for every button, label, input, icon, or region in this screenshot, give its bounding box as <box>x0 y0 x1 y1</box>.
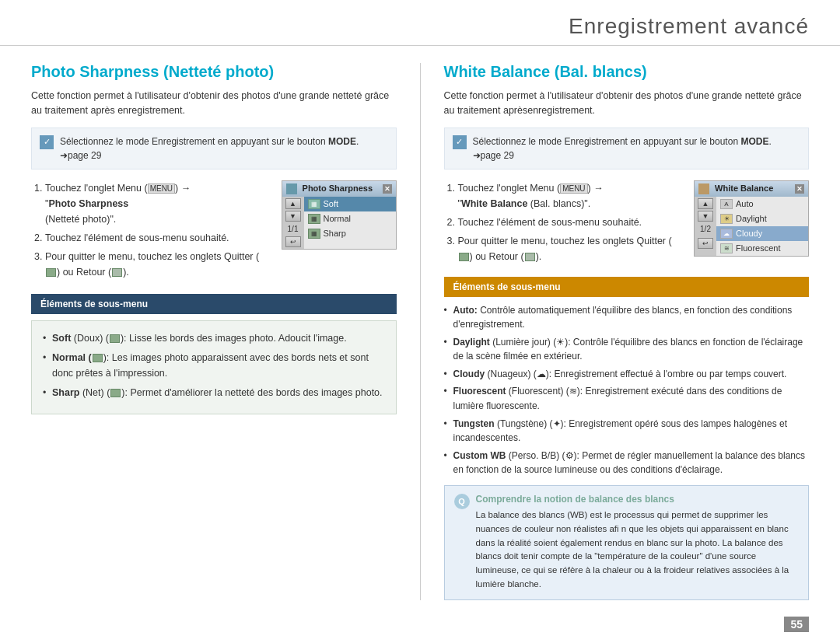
right-section-title: White Balance (Bal. blancs) <box>444 63 810 81</box>
wb-bullet-cloudy: Cloudy (Nuageux) (☁): Enregistrement eff… <box>444 367 810 382</box>
menu-item-soft[interactable]: ▦ Soft <box>304 197 396 211</box>
sharp-icon: ▦ <box>308 229 320 239</box>
left-step-3: Pour quitter le menu, touchez les onglet… <box>45 249 271 280</box>
right-steps-area: Touchez l'onglet Menu (MENU) → "White Ba… <box>444 180 810 267</box>
right-step-2: Touchez l'élément de sous-menu souhaité. <box>458 215 684 230</box>
cloudy-label: Cloudy <box>736 229 762 238</box>
normal-label: Normal <box>324 214 351 223</box>
page-number: 55 <box>784 617 809 632</box>
bullet-normal: Normal (): Les images photo apparaissent… <box>43 350 385 381</box>
left-step-1: Touchez l'onglet Menu (MENU) → "Photo Sh… <box>45 180 271 227</box>
wb-bullet-auto: Auto: Contrôle automatiquement l'équilib… <box>444 303 810 332</box>
right-section-intro: Cette fonction permet à l'utilisateur d'… <box>444 89 810 118</box>
right-bullet-section: Auto: Contrôle automatiquement l'équilib… <box>444 303 810 478</box>
fluorescent-icon: ≋ <box>720 243 733 253</box>
left-note-text: Sélectionnez le mode Enregistrement en a… <box>60 135 388 162</box>
wb-back-button[interactable]: ↩ <box>698 238 713 249</box>
info-content: Comprendre la notion de balance des blan… <box>476 494 800 592</box>
daylight-icon: ☀ <box>720 214 733 224</box>
widget-close-button[interactable]: ✕ <box>383 184 392 194</box>
wb-title-icon <box>698 183 709 194</box>
info-icon: Q <box>454 494 470 509</box>
widget-title-label: Photo Sharpness <box>303 183 373 193</box>
info-text: La balance des blancs (WB) est le proces… <box>476 508 800 592</box>
soft-icon: ▦ <box>308 199 320 209</box>
photo-sharpness-widget: Photo Sharpness ✕ ▲ ▼ 1/1 ↩ ▦ Soft <box>282 180 397 250</box>
normal-icon: ▦ <box>308 214 320 224</box>
wb-bullet-customwb: Custom WB (Perso. B/B) (⚙): Permet de ré… <box>444 449 810 477</box>
left-section-intro: Cette fonction permet à l'utilisateur d'… <box>31 89 397 118</box>
left-note-box: ✓ Sélectionnez le mode Enregistrement en… <box>31 128 397 169</box>
auto-label: Auto <box>736 199 754 208</box>
left-column: Photo Sharpness (Netteté photo) Cette fo… <box>31 63 397 600</box>
right-note-box: ✓ Sélectionnez le mode Enregistrement en… <box>444 128 810 169</box>
wb-close-button[interactable]: ✕ <box>795 184 804 194</box>
menu-item-sharp[interactable]: ▦ Sharp <box>304 226 396 241</box>
wb-sidebar: ▲ ▼ 1/2 ↩ <box>695 197 716 256</box>
widget-title-bar: Photo Sharpness ✕ <box>282 181 396 197</box>
right-column: White Balance (Bal. blancs) Cette foncti… <box>444 63 810 600</box>
main-content: Photo Sharpness (Netteté photo) Cette fo… <box>0 46 840 600</box>
wb-item-cloudy[interactable]: ☁ Cloudy <box>716 226 808 241</box>
menu-item-normal[interactable]: ▦ Normal <box>304 211 396 226</box>
left-submenu-title: Éléments de sous-menu <box>31 294 397 314</box>
left-steps-list: Touchez l'onglet Menu (MENU) → "Photo Sh… <box>31 180 271 283</box>
widget-body: ▲ ▼ 1/1 ↩ ▦ Soft ▦ Normal <box>282 197 396 249</box>
left-bullet-section: Soft (Doux) (): Lisse les bords des imag… <box>31 320 397 414</box>
wb-title-bar: White Balance ✕ <box>695 181 808 197</box>
page-indicator: 1/1 <box>288 225 299 233</box>
wb-item-fluorescent[interactable]: ≋ Fluorescent <box>716 241 808 256</box>
right-steps-list: Touchez l'onglet Menu (MENU) → "White Ba… <box>444 180 684 267</box>
wb-bullet-daylight: Daylight (Lumière jour) (☀): Contrôle l'… <box>444 335 810 364</box>
widget-title-icon <box>286 183 297 194</box>
page-header: Enregistrement avancé <box>0 0 840 46</box>
wb-bullet-tungsten: Tungsten (Tungstène) (✦): Enregistrement… <box>444 417 810 446</box>
page-title: Enregistrement avancé <box>31 14 809 39</box>
wb-items: A Auto ☀ Daylight ☁ Cloudy ≋ <box>716 197 808 256</box>
scroll-up-button[interactable]: ▲ <box>285 198 301 209</box>
wb-item-auto[interactable]: A Auto <box>716 197 808 211</box>
wb-item-daylight[interactable]: ☀ Daylight <box>716 211 808 226</box>
left-step-2: Touchez l'élément de sous-menu souhaité. <box>45 230 271 246</box>
wb-bullet-fluorescent: Fluorescent (Fluorescent) (≋): Enregistr… <box>444 384 810 413</box>
soft-label: Soft <box>324 199 339 208</box>
right-note-text: Sélectionnez le mode Enregistrement en a… <box>473 135 801 162</box>
sharp-label: Sharp <box>324 229 346 238</box>
auto-icon: A <box>720 199 733 209</box>
column-divider <box>420 63 421 600</box>
wb-page-indicator: 1/2 <box>700 225 711 233</box>
bullet-soft: Soft (Doux) (): Lisse les bords des imag… <box>43 330 385 346</box>
check-icon: ✓ <box>40 135 54 149</box>
cloudy-icon: ☁ <box>720 229 733 239</box>
daylight-label: Daylight <box>736 214 767 223</box>
right-check-icon: ✓ <box>453 135 467 149</box>
widget-sidebar: ▲ ▼ 1/1 ↩ <box>282 197 304 249</box>
bullet-sharp: Sharp (Net) (): Permet d'améliorer la ne… <box>43 385 385 400</box>
right-step-1: Touchez l'onglet Menu (MENU) → "White Ba… <box>458 180 684 211</box>
widget-items: ▦ Soft ▦ Normal ▦ Sharp <box>304 197 396 249</box>
white-balance-widget: White Balance ✕ ▲ ▼ 1/2 ↩ A Auto <box>694 180 809 257</box>
info-box: Q Comprendre la notion de balance des bl… <box>444 485 810 600</box>
wb-body: ▲ ▼ 1/2 ↩ A Auto ☀ Daylight <box>695 197 808 256</box>
back-button[interactable]: ↩ <box>285 236 301 247</box>
right-submenu-title: Éléments de sous-menu <box>444 277 810 297</box>
wb-scroll-down[interactable]: ▼ <box>698 211 713 222</box>
wb-scroll-up[interactable]: ▲ <box>698 198 713 209</box>
wb-title-label: White Balance <box>715 183 773 193</box>
left-steps-area: Touchez l'onglet Menu (MENU) → "Photo Sh… <box>31 180 397 283</box>
info-title: Comprendre la notion de balance des blan… <box>476 494 800 505</box>
fluorescent-label: Fluorescent <box>736 243 780 253</box>
left-section-title: Photo Sharpness (Netteté photo) <box>31 63 397 81</box>
scroll-down-button[interactable]: ▼ <box>285 211 301 222</box>
right-step-3: Pour quitter le menu, touchez les onglet… <box>458 233 684 264</box>
